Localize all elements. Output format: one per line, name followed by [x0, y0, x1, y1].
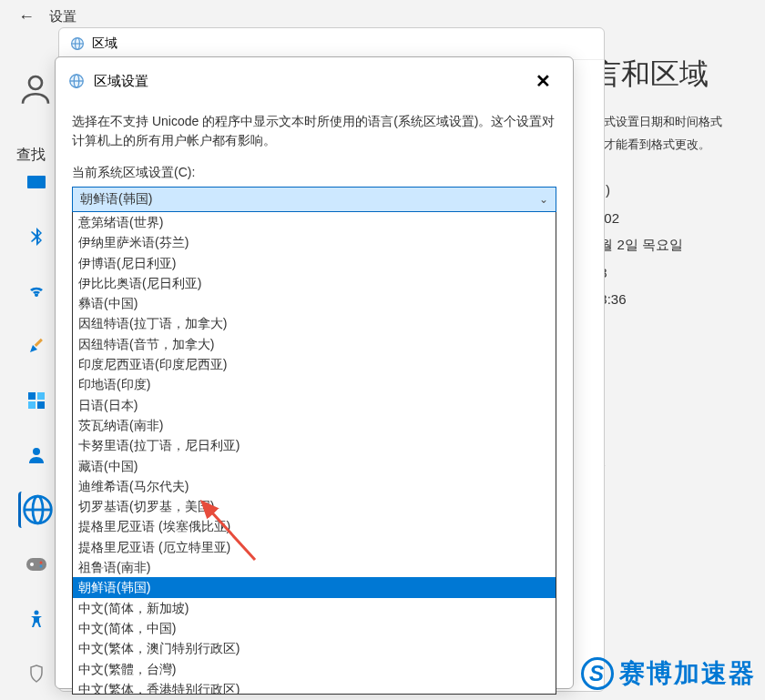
dropdown-item[interactable]: 祖鲁语(南非) — [73, 557, 556, 577]
personalization-icon[interactable] — [18, 328, 55, 364]
system-icon[interactable] — [18, 164, 55, 200]
time-language-icon[interactable] — [18, 492, 55, 528]
dropdown-item[interactable]: 藏语(中国) — [73, 456, 556, 476]
dropdown-item[interactable]: 因纽特语(拉丁语，加拿大) — [73, 313, 556, 333]
gaming-icon[interactable] — [18, 546, 55, 583]
svg-rect-11 — [26, 558, 46, 571]
svg-rect-1 — [27, 176, 46, 188]
combo-selected-text: 朝鲜语(韩国) — [80, 191, 152, 208]
dropdown-item[interactable]: 切罗基语(切罗基，美国) — [73, 496, 556, 516]
dropdown-item[interactable]: 伊纳里萨米语(芬兰) — [73, 232, 556, 252]
dropdown-item[interactable]: 中文(繁体，澳门特别行政区) — [73, 638, 556, 658]
back-button[interactable]: ← — [18, 7, 35, 26]
format-time-short: 03 — [592, 265, 756, 280]
svg-point-14 — [40, 565, 43, 568]
dropdown-item[interactable]: 印度尼西亚语(印度尼西亚) — [73, 354, 556, 374]
region-close-button[interactable] — [578, 40, 593, 47]
svg-rect-6 — [37, 401, 45, 409]
svg-rect-2 — [35, 339, 43, 347]
dropdown-item[interactable]: 意第绪语(世界) — [73, 212, 556, 232]
dropdown-item[interactable]: 伊比比奥语(尼日利亚) — [73, 273, 556, 293]
svg-rect-3 — [28, 392, 36, 400]
dropdown-item[interactable]: 伊博语(尼日利亚) — [73, 253, 556, 273]
combo-label: 当前系统区域设置(C): — [72, 165, 556, 181]
dialog-title: 区域设置 — [94, 73, 148, 90]
watermark-text: 赛博加速器 — [619, 656, 756, 691]
dropdown-item[interactable]: 印地语(印度) — [73, 374, 556, 394]
combo-selected-display[interactable]: 朝鲜语(韩国) ⌄ — [72, 187, 556, 212]
accounts-icon[interactable] — [18, 437, 55, 473]
page-title: 设置 — [49, 8, 76, 25]
dialog-close-button[interactable]: ✕ — [526, 66, 560, 96]
apps-icon[interactable] — [18, 382, 55, 419]
svg-point-13 — [40, 562, 43, 564]
format-date-short: 3-02 — [592, 210, 756, 226]
dropdown-item[interactable]: 中文(简体，中国) — [73, 618, 556, 638]
format-day: 일) — [592, 182, 756, 199]
network-icon[interactable] — [18, 273, 55, 309]
region-titlebar: 区域 — [59, 28, 604, 60]
format-date-long: 3월 2일 목요일 — [592, 237, 756, 254]
dropdown-item[interactable]: 中文(繁体，香港特别行政区) — [73, 679, 556, 695]
format-time-long: 03:36 — [592, 291, 756, 307]
dropdown-item[interactable]: 提格里尼亚语 (厄立特里亚) — [73, 537, 556, 557]
svg-rect-4 — [37, 392, 45, 400]
accessibility-icon[interactable] — [18, 601, 55, 637]
dialog-titlebar: 区域设置 ✕ — [56, 57, 573, 105]
privacy-icon[interactable] — [18, 655, 55, 692]
dropdown-item[interactable]: 彝语(中国) — [73, 293, 556, 313]
svg-point-12 — [30, 563, 34, 566]
watermark-icon: S — [581, 657, 614, 690]
dropdown-item[interactable]: 朝鲜语(韩国) — [73, 577, 556, 597]
right-panel: 言和区域 格式设置日期和时间格式 开才能看到格式更改。 일) 3-02 3월 2… — [592, 55, 756, 481]
region-window-title: 区域 — [92, 36, 117, 52]
dropdown-item[interactable]: 迪维希语(马尔代夫) — [73, 476, 556, 496]
svg-point-15 — [35, 611, 39, 615]
svg-point-7 — [33, 448, 40, 455]
dialog-body: 选择在不支持 Unicode 的程序中显示文本时所使用的语言(系统区域设置)。这… — [56, 105, 573, 700]
watermark-logo: S 赛博加速器 — [581, 656, 756, 691]
dropdown-item[interactable]: 中文(繁體，台灣) — [73, 659, 556, 679]
dropdown-item[interactable]: 卡努里语(拉丁语，尼日利亚) — [73, 435, 556, 455]
dialog-description: 选择在不支持 Unicode 的程序中显示文本时所使用的语言(系统区域设置)。这… — [72, 112, 556, 150]
chevron-down-icon: ⌄ — [539, 193, 548, 206]
dropdown-item[interactable]: 因纽特语(音节，加拿大) — [73, 334, 556, 354]
right-title: 言和区域 — [592, 55, 756, 95]
desc-line-2: 开才能看到格式更改。 — [592, 136, 756, 155]
dropdown-item[interactable]: 中文(简体，新加坡) — [73, 598, 556, 618]
dropdown-item[interactable]: 日语(日本) — [73, 395, 556, 415]
svg-point-0 — [29, 76, 42, 89]
dropdown-item[interactable]: 提格里尼亚语 (埃塞俄比亚) — [73, 516, 556, 536]
dropdown-item[interactable]: 茨瓦纳语(南非) — [73, 415, 556, 435]
desc-line-1: 格式设置日期和时间格式 — [592, 113, 756, 132]
bluetooth-icon[interactable] — [18, 218, 55, 255]
locale-combobox[interactable]: 朝鲜语(韩国) ⌄ 意第绪语(世界)伊纳里萨米语(芬兰)伊博语(尼日利亚)伊比比… — [72, 187, 556, 695]
region-settings-dialog: 区域设置 ✕ 选择在不支持 Unicode 的程序中显示文本时所使用的语言(系统… — [55, 56, 574, 689]
locale-dropdown-list[interactable]: 意第绪语(世界)伊纳里萨米语(芬兰)伊博语(尼日利亚)伊比比奥语(尼日利亚)彝语… — [72, 212, 556, 695]
suggestion-text: 义 — [592, 452, 756, 470]
svg-rect-5 — [28, 401, 36, 409]
